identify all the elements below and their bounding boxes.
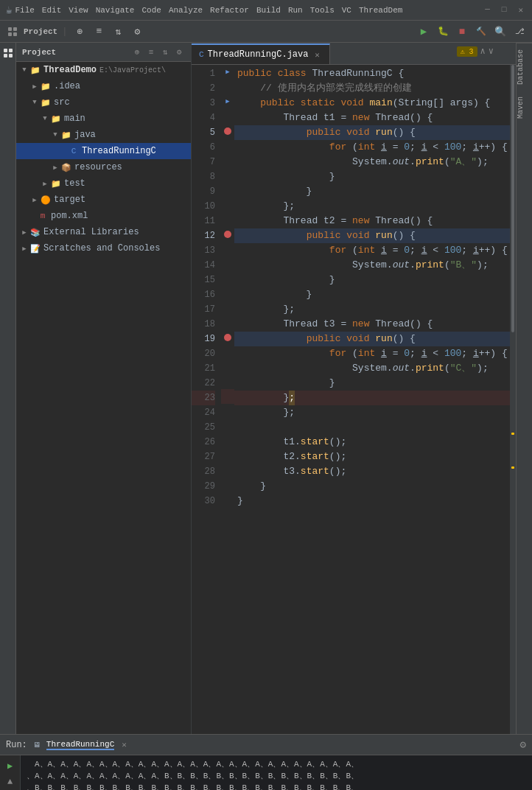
toolbar-collapse-all[interactable]: ≡ [91, 24, 107, 40]
right-sidebar-maven[interactable]: Maven [517, 91, 532, 125]
menu-run[interactable]: Run [288, 6, 303, 15]
toolbar-sort[interactable]: ⇅ [110, 24, 126, 40]
tree-label-main: main [64, 113, 85, 124]
line-numbers: 1 2 3 4 5 6 7 8 9 10 11 12 13 14 15 16 1… [192, 65, 221, 734]
menu-edit[interactable]: Edit [42, 6, 61, 15]
tree-item-externalLibs[interactable]: ▶ 📚 External Libraries [16, 224, 191, 240]
editor-chevron-up[interactable]: ∧ [480, 46, 486, 57]
tree-label-test: test [64, 178, 85, 189]
project-icon-settings[interactable]: ⚙ [173, 46, 185, 58]
editor-scrollbar[interactable] [510, 65, 516, 734]
tree-label-resources: resources [74, 162, 122, 172]
svg-rect-5 [9, 49, 13, 52]
menu-tools[interactable]: Tools [310, 6, 335, 15]
minimize-button[interactable]: ─ [482, 5, 493, 15]
tree-item-main[interactable]: ▼ 📁 main [16, 111, 191, 127]
code-line-14: System.out.print("B、"); [234, 258, 510, 273]
toolbar-build[interactable]: 🔨 [473, 24, 489, 40]
toolbar-project-icon [4, 24, 21, 40]
toolbar-expand-all[interactable]: ⊕ [71, 24, 88, 40]
code-editor[interactable]: public class ThreadRunningC { // 使用内名内部类… [234, 65, 510, 734]
menu-file[interactable]: File [15, 6, 34, 15]
tree-label-threadRunningC: ThreadRunningC [82, 146, 156, 156]
menu-vc[interactable]: VC [342, 6, 351, 15]
activity-project[interactable] [1, 46, 15, 60]
toolbar-git[interactable]: ⎇ [511, 24, 528, 40]
menu-refactor[interactable]: Refactor [210, 6, 249, 15]
console-output[interactable]: A、A、A、A、A、A、A、A、A、A、A、A、A、A、A、A、A、A、A、A、… [21, 755, 532, 790]
toolbar-stop[interactable]: ■ [454, 24, 470, 40]
console-line-2: 、A、A、A、A、A、A、A、A、A、A、B、B、B、B、B、B、B、B、B、B… [27, 770, 526, 782]
tree-item-java[interactable]: ▼ 📁 java [16, 127, 191, 143]
code-line-7: System.out.print("A、"); [234, 155, 510, 169]
editor-area: C ThreadRunningC.java ✕ ⚠ 3 ∧ ∨ 1 2 3 4 … [192, 43, 516, 734]
tree-item-src[interactable]: ▼ 📁 src [16, 94, 191, 111]
code-line-22: } [234, 376, 510, 391]
run-panel-header: Run: 🖥 ThreadRunningC ✕ ⚙ [0, 735, 532, 755]
tree-arrow-java: ▼ [50, 130, 60, 140]
project-header-icons: ⊕ ≡ ⇅ ⚙ [131, 46, 185, 58]
title-bar-menu: File Edit View Navigate Code Analyze Ref… [15, 6, 402, 15]
menu-navigate[interactable]: Navigate [96, 6, 135, 15]
tree-icon-java: 📁 [60, 129, 72, 141]
menu-code[interactable]: Code [141, 6, 161, 15]
code-gutter: ▶ ▶ [221, 65, 234, 734]
menu-build[interactable]: Build [256, 6, 281, 15]
code-line-15: } [234, 273, 510, 287]
code-line-24: }; [234, 405, 510, 420]
toolbar-separator: | [62, 27, 67, 37]
tree-arrow-target: ▶ [29, 195, 40, 205]
code-line-17: }; [234, 302, 510, 317]
toolbar-search[interactable]: 🔍 [492, 24, 508, 40]
tree-item-target[interactable]: ▶ 🟠 target [16, 192, 191, 208]
menu-threaddem[interactable]: ThreadDem [359, 6, 402, 15]
tree-arrow-src: ▼ [29, 97, 40, 108]
tree-icon-test: 📁 [50, 178, 62, 189]
tree-icon-main: 📁 [50, 113, 62, 125]
editor-tab-threadRunningC[interactable]: C ThreadRunningC.java ✕ [192, 43, 330, 64]
toolbar-run[interactable]: ▶ [416, 24, 432, 40]
run-scroll-up[interactable]: ▲ [3, 775, 18, 789]
project-icon-menu[interactable]: ≡ [145, 46, 157, 58]
toolbar: Project | ⊕ ≡ ⇅ ⚙ ▶ 🐛 ■ 🔨 🔍 ⎇ [0, 21, 532, 43]
editor-chevron-down[interactable]: ∨ [489, 46, 494, 57]
svg-rect-4 [4, 49, 7, 52]
run-play-button[interactable]: ▶ [3, 758, 18, 773]
tree-icon-idea: 📁 [40, 80, 52, 92]
toolbar-settings[interactable]: ⚙ [129, 24, 145, 40]
tree-item-threadRunningC[interactable]: C ThreadRunningC [16, 143, 191, 159]
project-icon-sort[interactable]: ⇅ [159, 46, 171, 58]
tree-item-scratches[interactable]: ▶ 📝 Scratches and Consoles [16, 240, 191, 256]
right-sidebar-database[interactable]: Database [517, 43, 532, 91]
code-line-6: for (int i = 0; i < 100; i++) { [234, 140, 510, 155]
menu-view[interactable]: View [69, 6, 88, 15]
tree-item-resources[interactable]: ▶ 📦 resources [16, 159, 191, 175]
svg-rect-1 [13, 27, 17, 31]
tab-close-threadRunningC[interactable]: ✕ [312, 49, 322, 60]
activity-bar [0, 43, 16, 734]
project-panel-header: Project ⊕ ≡ ⇅ ⚙ [16, 43, 191, 62]
svg-rect-7 [9, 54, 13, 57]
run-tab-close[interactable]: ✕ [122, 740, 127, 749]
toolbar-debug[interactable]: 🐛 [435, 24, 451, 40]
svg-rect-6 [4, 54, 7, 57]
close-button[interactable]: ✕ [515, 5, 526, 15]
tree-arrow-threadDemo: ▼ [19, 65, 29, 75]
code-line-21: System.out.print("C、"); [234, 361, 510, 376]
run-content: ▶ ▲ ▼ ⚙ ■ 🗑 A、A、A、A、A、A、A、A、A、A、A、A、A、A、… [0, 755, 532, 790]
tree-item-test[interactable]: ▶ 📁 test [16, 175, 191, 192]
code-line-26: t1.start(); [234, 435, 510, 450]
svg-rect-0 [8, 27, 12, 31]
console-line-3: 、B、B、B、B、B、B、B、B、B、B、B、B、B、B、B、B、B、B、B、B… [27, 782, 526, 790]
project-icon-expand[interactable]: ⊕ [131, 46, 143, 58]
menu-analyze[interactable]: Analyze [169, 6, 203, 15]
maximize-button[interactable]: □ [499, 5, 510, 15]
toolbar-project-label: Project [24, 27, 57, 36]
tree-item-pomxml[interactable]: m pom.xml [16, 208, 191, 224]
tree-icon-target: 🟠 [40, 194, 52, 206]
tree-item-threadDemo[interactable]: ▼ 📁 ThreadDemo E:\JavaProject\ [16, 62, 191, 78]
tree-item-idea[interactable]: ▶ 📁 .idea [16, 78, 191, 94]
run-tab-label[interactable]: ThreadRunningC [46, 740, 114, 750]
run-settings-icon[interactable]: ⚙ [520, 738, 526, 751]
tree-arrow-main: ▼ [40, 113, 50, 124]
